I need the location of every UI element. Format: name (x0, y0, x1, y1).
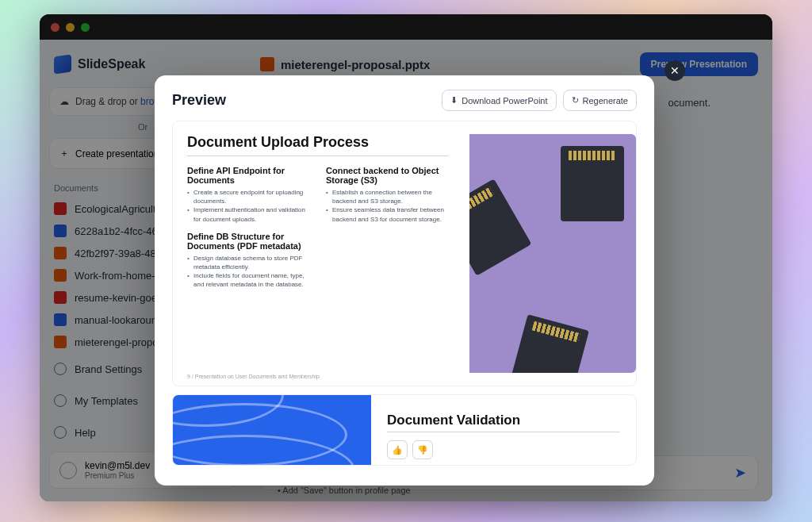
slide-list: Create a secure endpoint for uploading d… (187, 188, 310, 224)
regenerate-button[interactable]: ↻ Regenerate (563, 90, 638, 111)
list-item: Design database schema to store PDF meta… (187, 254, 310, 271)
slide-footer: 9 / Presentation on User Documents and M… (187, 374, 320, 379)
thumbs-up-button[interactable]: 👍 (387, 440, 408, 459)
sd-card-icon (469, 178, 531, 275)
modal-title: Preview (172, 92, 226, 109)
slide-text: Document Upload Process Define API Endpo… (187, 134, 455, 373)
divider (387, 432, 620, 432)
slide-list: Establish a connection between the backe… (326, 188, 449, 224)
divider (187, 155, 449, 156)
list-item: Ensure seamless data transfer between ba… (326, 205, 449, 223)
regenerate-icon: ↻ (572, 95, 579, 106)
slide-columns: Define API Endpoint for Documents Create… (187, 166, 449, 297)
sd-card-icon (561, 146, 624, 221)
feedback-buttons: 👍 👎 (387, 440, 620, 459)
thumbs-up-icon: 👍 (392, 445, 403, 455)
close-icon: ✕ (670, 64, 680, 77)
thumbs-down-button[interactable]: 👎 (412, 440, 433, 459)
modal-header: Preview ⬇ Download PowerPoint ↻ Regenera… (172, 90, 637, 111)
modal-actions: ⬇ Download PowerPoint ↻ Regenerate (442, 90, 637, 111)
preview-modal: Preview ⬇ Download PowerPoint ↻ Regenera… (155, 75, 654, 486)
slide-title: Document Validation (387, 413, 620, 428)
download-icon: ⬇ (450, 95, 458, 106)
slide-subheading: Connect backend to Object Storage (S3) (326, 166, 449, 185)
regenerate-label: Regenerate (583, 96, 629, 106)
list-item: Create a secure endpoint for uploading d… (187, 188, 310, 205)
close-modal-button[interactable]: ✕ (665, 60, 685, 81)
slide-preview-1: Document Upload Process Define API Endpo… (172, 121, 637, 386)
slide-image (469, 134, 636, 373)
slide-column-a: Define API Endpoint for Documents Create… (187, 166, 310, 297)
slide-subheading: Define DB Structure for Documents (PDF m… (187, 232, 310, 251)
slide-subheading: Define API Endpoint for Documents (187, 166, 310, 185)
slide-preview-2: Document Validation 👍 👎 (172, 394, 637, 466)
slide-column-b: Connect backend to Object Storage (S3) E… (326, 166, 449, 297)
slide-list: Design database schema to store PDF meta… (187, 254, 310, 290)
list-item: Include fields for document name, type, … (187, 271, 310, 289)
sd-card-icon (508, 314, 589, 373)
download-powerpoint-button[interactable]: ⬇ Download PowerPoint (442, 90, 556, 111)
slide-title: Document Upload Process (187, 134, 449, 151)
download-label: Download PowerPoint (462, 96, 547, 106)
list-item: Implement authentication and validation … (187, 205, 310, 223)
slide-text: Document Validation 👍 👎 (371, 395, 636, 465)
list-item: Establish a connection between the backe… (326, 188, 449, 205)
slide-image (173, 395, 371, 465)
thumbs-down-icon: 👎 (417, 445, 428, 455)
